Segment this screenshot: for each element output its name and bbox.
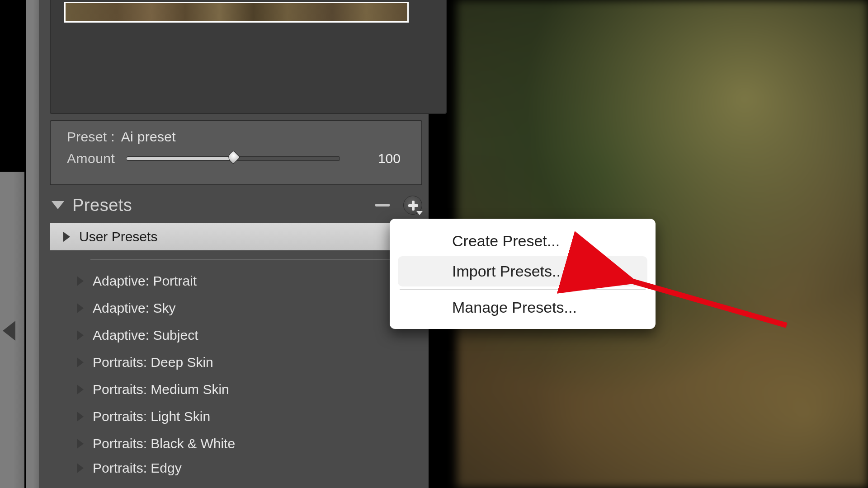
add-preset-button[interactable] — [403, 196, 422, 215]
collapse-all-button[interactable] — [375, 204, 390, 206]
chevron-right-icon — [77, 385, 84, 394]
preset-group-portraits-edgy[interactable]: Portraits: Edgy — [50, 457, 422, 479]
chevron-right-icon — [77, 330, 84, 340]
menu-manage-presets[interactable]: Manage Presets... — [398, 292, 647, 323]
chevron-right-icon — [77, 276, 84, 286]
preset-group-label: Portraits: Light Skin — [93, 409, 210, 424]
slider-thumb-icon[interactable] — [226, 150, 241, 164]
preset-label: Preset : — [67, 129, 115, 145]
preset-group-adaptive-sky[interactable]: Adaptive: Sky — [50, 295, 422, 322]
preset-group-portraits-black-white[interactable]: Portraits: Black & White — [50, 430, 422, 457]
chevron-right-icon — [77, 463, 84, 473]
preset-group-label: Adaptive: Subject — [93, 328, 198, 343]
chevron-right-icon — [77, 303, 84, 313]
preset-group-portraits-deep-skin[interactable]: Portraits: Deep Skin — [50, 349, 422, 376]
left-panel: Preset : Ai preset Amount 100 Presets — [39, 0, 429, 488]
preset-group-label: Portraits: Edgy — [93, 460, 182, 476]
collapse-panel-icon[interactable] — [3, 321, 15, 341]
panel-collapse-rail — [0, 172, 24, 488]
preset-amount-box: Preset : Ai preset Amount 100 — [50, 120, 422, 185]
preset-name: Ai preset — [121, 129, 176, 145]
preset-group-label: User Presets — [79, 229, 157, 244]
chevron-right-icon — [77, 412, 84, 422]
preset-group-label: Portraits: Black & White — [93, 436, 235, 451]
amount-slider[interactable] — [127, 152, 340, 165]
chevron-right-icon — [63, 232, 70, 242]
presets-section-header: Presets — [50, 191, 422, 220]
preset-group-label: Portraits: Deep Skin — [93, 355, 213, 370]
preset-group-adaptive-subject[interactable]: Adaptive: Subject — [50, 322, 422, 349]
preset-group-label: Portraits: Medium Skin — [93, 382, 229, 397]
amount-value: 100 — [369, 151, 401, 166]
amount-label: Amount — [67, 151, 115, 166]
presets-title[interactable]: Presets — [72, 196, 132, 215]
preset-group-user-presets[interactable]: User Presets — [50, 223, 422, 250]
menu-create-preset[interactable]: Create Preset... — [398, 226, 647, 256]
preset-group-label: Adaptive: Sky — [93, 300, 175, 316]
preset-group-portraits-medium-skin[interactable]: Portraits: Medium Skin — [50, 376, 422, 403]
app-stage: Preset : Ai preset Amount 100 Presets — [0, 0, 868, 488]
dropdown-caret-icon — [416, 211, 423, 215]
preset-group-label: Adaptive: Portrait — [93, 273, 197, 289]
add-preset-context-menu: Create Preset... Import Presets... Manag… — [390, 219, 656, 329]
preset-group-divider — [90, 259, 416, 260]
menu-separator — [400, 289, 646, 290]
preset-groups-list: User Presets Adaptive: Portrait Adaptive… — [50, 223, 422, 479]
navigator-frame — [50, 0, 447, 114]
preset-group-adaptive-portrait[interactable]: Adaptive: Portrait — [50, 267, 422, 295]
chevron-down-icon[interactable] — [52, 201, 64, 209]
preset-group-portraits-light-skin[interactable]: Portraits: Light Skin — [50, 403, 422, 430]
navigator-thumbnail[interactable] — [64, 2, 409, 23]
chevron-right-icon — [77, 357, 84, 367]
left-rail — [26, 0, 39, 488]
chevron-right-icon — [77, 439, 84, 449]
menu-import-presets[interactable]: Import Presets... — [398, 256, 647, 286]
